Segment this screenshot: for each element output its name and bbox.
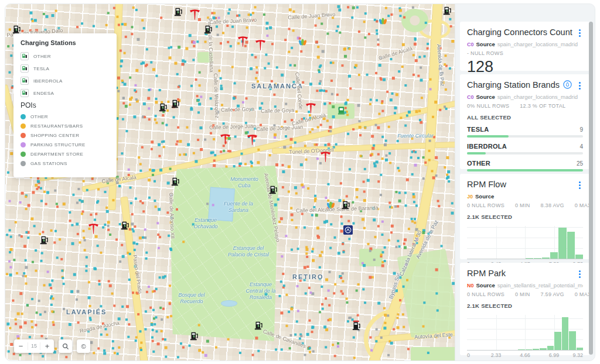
legend-poi-item[interactable]: GAS STATIONS	[21, 161, 110, 166]
app-frame: SALAMANCARETIROLAVAPIÉSPaseo de Eduardo …	[5, 4, 595, 361]
legend-poi-item[interactable]: OTHER	[21, 114, 110, 119]
charger-marker[interactable]	[159, 102, 168, 114]
charger-marker[interactable]	[269, 184, 278, 197]
category-row-other[interactable]: OTHER25	[467, 160, 583, 171]
filter-applied-icon[interactable]	[563, 80, 572, 89]
legend-item-label: RESTAURANTS/BARS	[30, 123, 83, 129]
park-feature-label: Monumento Cuba	[230, 176, 258, 189]
widget-title: Charging Station Brands	[467, 80, 563, 90]
fuel-marker[interactable]	[326, 201, 335, 211]
legend-item-label: ENDESA	[33, 91, 54, 96]
legend-item-label: SHOPPING CENTER	[30, 133, 79, 138]
source-name: spain_stellantis_retail_potential_model_…	[497, 282, 583, 289]
legend-item-label: IBERDROLA	[33, 78, 63, 84]
park-feature-label: Fuente Circular	[397, 133, 434, 139]
tesla-marker[interactable]	[247, 134, 258, 148]
poi-color-dot	[21, 114, 26, 119]
zoom-in-button[interactable]: +	[40, 339, 54, 353]
search-icon	[62, 343, 69, 350]
charger-marker[interactable]	[254, 320, 263, 332]
district-label: RETIRO	[292, 273, 324, 280]
widget-menu-icon[interactable]	[577, 180, 583, 191]
park-feature-label: Estanque Ochavado	[193, 217, 217, 230]
charger-marker[interactable]	[171, 98, 180, 111]
zoom-level-value: 15	[28, 342, 40, 350]
legend-station-item[interactable]: ENDESA	[21, 89, 110, 97]
charger-red-marker[interactable]	[352, 320, 361, 333]
tesla-marker[interactable]	[255, 39, 266, 53]
pump-marker[interactable]	[338, 106, 345, 117]
source-label: Source	[476, 282, 495, 289]
widget-rpm-flow: RPM Flow J0 Source 0 NULL ROWS 0 MIN 8.3…	[460, 174, 590, 259]
tesla-marker[interactable]	[88, 223, 99, 237]
tesla-marker[interactable]	[220, 133, 231, 147]
park-feature-label: Estanque Central de la Rosaleda	[246, 281, 275, 301]
legend-item-label: OTHER	[30, 114, 48, 119]
total-pct-stat: 12.3 % OF TOTAL	[520, 103, 565, 109]
min-stat: 0 MIN	[515, 202, 530, 208]
layer-badge: C0	[467, 94, 474, 100]
tesla-marker[interactable]	[320, 151, 331, 165]
park-feature-label: Fuente de la Sardana	[224, 201, 253, 214]
district-label: LAVAPIÉS	[66, 308, 107, 315]
widget-title: Charging Connectors Count	[467, 28, 577, 37]
layer-badge: N0	[467, 283, 474, 289]
zoom-bar: − 15 +	[14, 339, 54, 353]
legend-station-item[interactable]: IBERDROLA	[21, 77, 110, 85]
legend-poi-item[interactable]: RESTAURANTS/BARS	[21, 123, 110, 129]
charger-marker[interactable]	[204, 24, 213, 36]
selection-status: 2.1K SELECTED	[467, 214, 583, 220]
legend-item-label: GAS STATIONS	[30, 161, 67, 166]
legend-station-item[interactable]: OTHER	[21, 52, 110, 60]
fuel-marker[interactable]	[298, 38, 307, 49]
charger-marker[interactable]	[342, 200, 350, 212]
zoom-out-button[interactable]: −	[14, 339, 28, 353]
source-label: Source	[476, 94, 495, 100]
rpm-park-histogram[interactable]	[467, 315, 583, 351]
legend-poi-item[interactable]: SHOPPING CENTER	[21, 133, 110, 138]
legend-item-label: PARKING STRUCTURE	[30, 142, 86, 147]
category-row-tesla[interactable]: TESLA9	[467, 126, 583, 138]
widget-rpm-park: RPM Park N0 Source spain_stellantis_reta…	[460, 263, 590, 355]
widget-menu-icon[interactable]	[577, 269, 583, 280]
poi-color-dot	[21, 123, 26, 129]
street-label: Calle de Goya	[221, 106, 254, 113]
axis-tick: 0	[467, 352, 470, 358]
rpm-flow-histogram[interactable]	[467, 226, 583, 259]
poi-color-dot	[21, 161, 26, 166]
widget-charging-station-brands: Charging Station Brands C0 Source spain_…	[460, 74, 590, 169]
widget-menu-icon[interactable]	[577, 80, 583, 91]
null-rows-stat: 0 NULL ROWS	[467, 202, 504, 208]
tesla-marker[interactable]	[237, 36, 248, 50]
bluelogo-marker[interactable]	[343, 225, 353, 237]
charger-marker[interactable]	[190, 331, 199, 343]
charger-marker[interactable]	[171, 176, 180, 188]
charger-marker[interactable]	[40, 235, 49, 247]
charger-marker[interactable]	[443, 5, 452, 18]
tesla-marker[interactable]	[305, 102, 316, 116]
axis-tick: 6.99	[549, 352, 560, 358]
axis-tick: 4.66	[520, 352, 530, 358]
map-canvas[interactable]: SALAMANCARETIROLAVAPIÉSPaseo de Eduardo …	[5, 4, 455, 360]
null-rows-stat: 0 NULL ROWS	[467, 291, 504, 297]
widget-menu-icon[interactable]	[577, 28, 583, 39]
selection-status: 2.1K SELECTED	[467, 303, 583, 309]
poi-color-dot	[21, 152, 26, 157]
park-feature-label: Bosque del Recuerdo	[178, 292, 204, 305]
search-button[interactable]	[59, 339, 72, 353]
legend-station-item[interactable]: TESLA	[21, 64, 110, 73]
fuel-marker[interactable]	[379, 17, 387, 28]
category-row-iberdrola[interactable]: IBERDROLA4	[467, 143, 583, 154]
source-name: spain_charger_locations_madrid	[497, 41, 578, 47]
legend-poi-item[interactable]: PARKING STRUCTURE	[21, 142, 110, 147]
charger-marker[interactable]	[121, 220, 129, 232]
map-controls: − 15 + ©	[14, 339, 90, 353]
legend-title: Charging Stations	[21, 39, 110, 46]
attribution-button[interactable]: ©	[77, 339, 90, 353]
sidebar-scrollbar[interactable]	[589, 22, 593, 355]
tesla-marker[interactable]	[189, 9, 200, 23]
poi-color-dot	[21, 133, 26, 138]
charging-station-icon	[21, 52, 29, 60]
charger-marker[interactable]	[174, 6, 183, 19]
legend-poi-item[interactable]: DEPARTMENT STORE	[21, 152, 110, 157]
